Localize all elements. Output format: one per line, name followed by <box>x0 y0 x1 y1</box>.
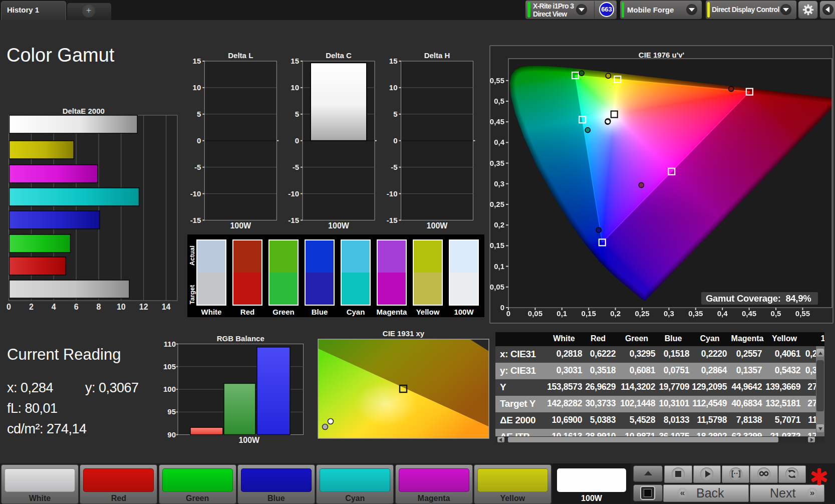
svg-text:5: 5 <box>197 110 201 118</box>
svg-text:14: 14 <box>162 303 171 311</box>
svg-text:RGB Balance: RGB Balance <box>217 334 264 343</box>
svg-text:5: 5 <box>393 110 397 118</box>
svg-text:Delta C: Delta C <box>326 51 352 60</box>
svg-text:DeltaE 2000: DeltaE 2000 <box>63 107 105 115</box>
svg-text:0,05: 0,05 <box>490 283 504 291</box>
svg-text:100: 100 <box>163 385 176 393</box>
svg-text:-15: -15 <box>288 216 299 224</box>
svg-text:0,3: 0,3 <box>664 309 674 318</box>
svg-text:0: 0 <box>500 303 504 312</box>
svg-text:10: 10 <box>291 83 299 92</box>
svg-text:15: 15 <box>193 57 201 65</box>
svg-text:Delta L: Delta L <box>228 51 253 60</box>
svg-text:0,05: 0,05 <box>528 309 542 318</box>
svg-text:-5: -5 <box>194 163 201 171</box>
svg-text:12: 12 <box>139 303 148 311</box>
svg-text:0,15: 0,15 <box>490 241 504 249</box>
svg-text:4: 4 <box>52 303 56 311</box>
svg-text:0,35: 0,35 <box>688 309 703 318</box>
svg-text:0,55: 0,55 <box>490 76 504 85</box>
svg-text:110: 110 <box>164 340 176 348</box>
svg-text:15: 15 <box>291 57 299 65</box>
svg-text:-10: -10 <box>288 189 299 198</box>
svg-text:0: 0 <box>506 309 510 318</box>
svg-text:0,4: 0,4 <box>494 138 505 146</box>
svg-text:0: 0 <box>393 136 397 145</box>
svg-text:0,5: 0,5 <box>771 309 781 318</box>
svg-text:0,25: 0,25 <box>490 200 504 208</box>
svg-text:0,4: 0,4 <box>717 309 728 318</box>
svg-text:0,5: 0,5 <box>494 97 504 105</box>
svg-text:0,1: 0,1 <box>556 309 567 318</box>
svg-text:0,2: 0,2 <box>610 309 621 318</box>
svg-text:100W: 100W <box>328 221 350 230</box>
svg-text:105: 105 <box>163 362 176 371</box>
svg-text:2: 2 <box>29 303 34 311</box>
svg-text:10: 10 <box>389 83 398 92</box>
svg-text:-10: -10 <box>387 189 398 198</box>
svg-text:Delta H: Delta H <box>424 51 450 60</box>
svg-text:0: 0 <box>295 136 299 145</box>
svg-text:15: 15 <box>389 57 398 65</box>
svg-text:-15: -15 <box>190 216 201 224</box>
svg-text:0: 0 <box>197 136 201 145</box>
svg-text:100W: 100W <box>427 221 448 230</box>
svg-text:0,3: 0,3 <box>494 179 504 188</box>
svg-text:-5: -5 <box>293 163 299 171</box>
svg-text:100W: 100W <box>238 436 260 444</box>
svg-text:8: 8 <box>97 303 101 311</box>
svg-text:Gamut Coverage: 84,9%: Gamut Coverage: 84,9% <box>706 293 811 304</box>
svg-text:100W: 100W <box>230 221 251 230</box>
svg-text:0,45: 0,45 <box>742 309 756 318</box>
svg-text:0,45: 0,45 <box>490 117 504 126</box>
svg-text:0,25: 0,25 <box>635 309 649 318</box>
svg-text:CIE 1931 xy: CIE 1931 xy <box>383 329 425 338</box>
svg-text:-15: -15 <box>387 216 398 224</box>
svg-text:0,2: 0,2 <box>494 220 504 229</box>
svg-text:6: 6 <box>74 303 79 311</box>
svg-text:0,55: 0,55 <box>795 309 810 318</box>
svg-text:-5: -5 <box>391 163 397 171</box>
svg-text:-10: -10 <box>190 189 201 198</box>
svg-text:0,35: 0,35 <box>490 159 504 167</box>
svg-text:0: 0 <box>7 303 11 311</box>
svg-text:95: 95 <box>167 407 176 416</box>
svg-text:10: 10 <box>117 303 126 311</box>
svg-text:0,15: 0,15 <box>582 309 596 318</box>
svg-text:5: 5 <box>295 110 299 118</box>
svg-text:0,1: 0,1 <box>494 262 504 271</box>
svg-text:90: 90 <box>167 430 176 439</box>
svg-text:10: 10 <box>193 83 201 92</box>
